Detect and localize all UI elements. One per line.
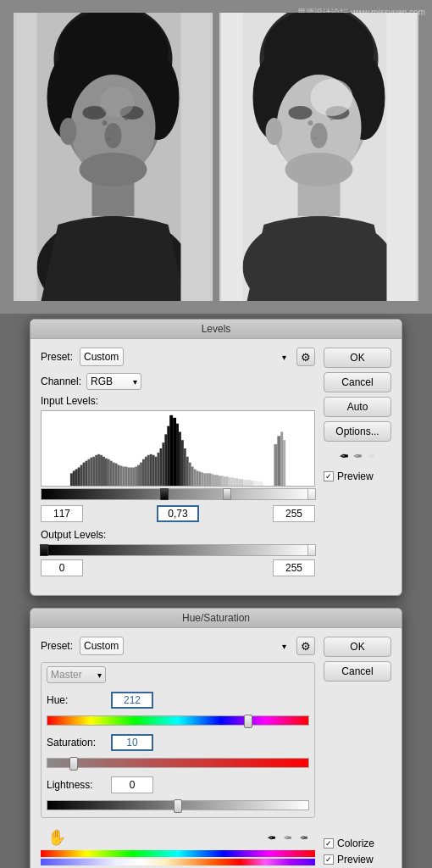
lightness-slider-container — [47, 800, 309, 810]
svg-rect-47 — [80, 465, 83, 486]
levels-channel-select-wrapper: RGB — [86, 373, 141, 390]
hue-sat-dialog: Hue/Saturation Preset: Custom ⚙ — [30, 608, 402, 868]
svg-rect-62 — [118, 465, 120, 486]
svg-rect-88 — [184, 448, 186, 486]
svg-rect-44 — [73, 470, 75, 486]
svg-rect-79 — [159, 448, 162, 486]
master-select[interactable]: Master — [47, 666, 106, 683]
hue-sat-preset-select-wrapper: Custom — [80, 637, 291, 655]
hue-black-eyedropper[interactable]: ✒ — [267, 832, 276, 844]
svg-rect-76 — [152, 455, 155, 486]
svg-rect-110 — [238, 479, 241, 486]
hue-sat-dialog-body: Preset: Custom ⚙ Master — [30, 628, 402, 868]
hand-tool-icon[interactable]: ✋ — [47, 828, 66, 847]
svg-point-40 — [313, 136, 317, 140]
hue-slider-container — [47, 715, 309, 726]
hue-sat-preset-select[interactable]: Custom — [80, 637, 124, 655]
hue-sat-cancel-button[interactable]: Cancel — [324, 661, 391, 682]
svg-point-41 — [266, 118, 283, 145]
hue-slider-thumb[interactable] — [244, 715, 252, 728]
levels-dialog-title: Levels — [30, 320, 402, 339]
colorize-row: ✓ Colorize — [324, 837, 391, 849]
svg-rect-36 — [387, 13, 417, 301]
levels-cancel-button[interactable]: Cancel — [324, 372, 391, 392]
levels-black-eyedropper[interactable]: ✒ — [339, 449, 349, 463]
svg-rect-92 — [194, 469, 197, 486]
hue-sat-preview-checkbox[interactable]: ✓ — [324, 854, 334, 865]
svg-rect-123 — [283, 440, 285, 486]
svg-rect-118 — [258, 481, 261, 486]
levels-gear-button[interactable]: ⚙ — [296, 348, 315, 366]
hue-add-eyedropper[interactable]: ✒ — [283, 832, 292, 844]
svg-rect-121 — [277, 436, 280, 486]
black-point-input[interactable] — [41, 505, 83, 522]
midpoint-input[interactable] — [157, 505, 199, 522]
hue-subtract-eyedropper[interactable]: ✒ — [299, 832, 308, 844]
svg-rect-61 — [115, 464, 118, 486]
svg-rect-16 — [16, 13, 37, 301]
colorize-checkbox[interactable]: ✓ — [324, 838, 334, 849]
hue-row: Hue: — [47, 692, 309, 709]
saturation-slider-thumb[interactable] — [69, 757, 78, 771]
svg-rect-97 — [206, 473, 208, 486]
svg-point-38 — [308, 120, 313, 125]
levels-preset-select[interactable]: Custom — [80, 348, 124, 366]
hue-sat-preview-row: ✓ Preview — [324, 854, 391, 865]
hue-input[interactable] — [111, 692, 153, 709]
svg-rect-112 — [243, 480, 246, 486]
svg-rect-66 — [127, 467, 130, 486]
svg-rect-60 — [113, 463, 115, 486]
svg-rect-98 — [208, 473, 211, 486]
levels-eyedroppers: ✒ ✒ ✒ — [324, 449, 391, 463]
svg-rect-81 — [164, 434, 167, 486]
black-point-thumb[interactable] — [160, 488, 169, 500]
hue-gradient-bar — [47, 715, 309, 726]
output-black-input[interactable] — [41, 559, 83, 576]
white-point-input[interactable] — [273, 505, 315, 522]
svg-rect-115 — [251, 481, 253, 486]
output-white-input[interactable] — [273, 559, 315, 576]
svg-rect-86 — [179, 431, 181, 486]
svg-rect-58 — [108, 459, 110, 486]
svg-rect-15 — [181, 13, 211, 301]
output-levels-section: Output Levels: — [41, 529, 315, 576]
output-gradient-bar — [41, 544, 315, 556]
svg-point-35 — [311, 79, 353, 116]
svg-rect-122 — [280, 431, 283, 486]
levels-preview-checkbox[interactable]: ✓ — [324, 471, 334, 481]
white-point-thumb[interactable] — [307, 488, 316, 500]
svg-point-10 — [105, 123, 122, 148]
output-white-thumb[interactable] — [307, 544, 316, 556]
spectrum-bar-bottom — [41, 859, 315, 865]
svg-rect-102 — [219, 476, 221, 486]
saturation-label: Saturation: — [47, 737, 106, 748]
svg-rect-52 — [92, 457, 95, 486]
levels-auto-button[interactable]: Auto — [324, 397, 391, 417]
gray-point-thumb[interactable] — [223, 488, 231, 500]
lightness-input[interactable] — [111, 776, 153, 793]
levels-preset-row: Preset: Custom ⚙ — [41, 348, 315, 366]
svg-rect-85 — [176, 424, 179, 486]
levels-options-button[interactable]: Options... — [324, 421, 391, 442]
output-black-thumb[interactable] — [40, 544, 48, 556]
levels-channel-select[interactable]: RGB — [86, 373, 141, 390]
levels-preset-select-wrapper: Custom — [80, 348, 291, 366]
svg-rect-105 — [226, 476, 229, 486]
saturation-input[interactable] — [111, 734, 153, 751]
levels-white-eyedropper[interactable]: ✒ — [366, 449, 376, 463]
svg-rect-83 — [169, 415, 173, 486]
svg-rect-54 — [97, 454, 100, 486]
histogram — [41, 410, 315, 487]
svg-rect-106 — [229, 477, 231, 486]
levels-ok-button[interactable]: OK — [324, 348, 391, 368]
colorize-label: Colorize — [337, 837, 374, 849]
hue-sat-gear-button[interactable]: ⚙ — [296, 637, 315, 655]
svg-rect-108 — [234, 478, 236, 486]
hue-sat-preset-row: Preset: Custom ⚙ — [41, 637, 315, 655]
levels-dialog-body: Preset: Custom ⚙ Channel: RGB — [30, 339, 402, 585]
svg-rect-82 — [167, 426, 169, 486]
lightness-slider-thumb[interactable] — [174, 799, 182, 813]
levels-gray-eyedropper[interactable]: ✒ — [352, 449, 363, 463]
levels-preview-label: Preview — [337, 470, 374, 482]
hue-sat-ok-button[interactable]: OK — [324, 637, 391, 657]
